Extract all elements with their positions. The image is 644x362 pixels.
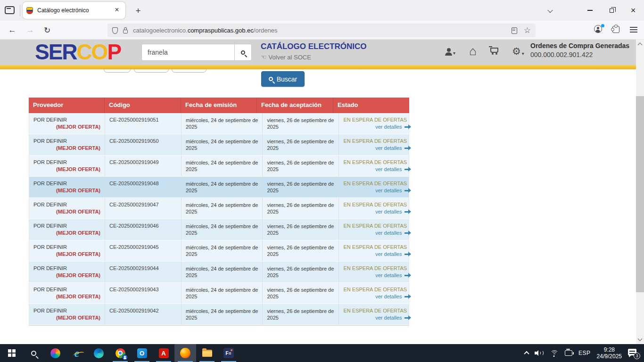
menu-icon[interactable] xyxy=(630,27,637,33)
cart-button[interactable] xyxy=(490,48,498,55)
notification-center-button[interactable]: 3 xyxy=(628,348,639,358)
account-button[interactable] xyxy=(594,25,603,34)
taskbar-acrobat-button[interactable]: A xyxy=(153,344,174,362)
user-menu-button[interactable]: ▾ xyxy=(445,48,455,56)
scrollbar-thumb[interactable] xyxy=(636,96,644,292)
taskbar-firefox-button[interactable] xyxy=(174,344,196,362)
tab-close-icon[interactable]: × xyxy=(112,6,122,15)
table-row[interactable]: POR DEFINIR(MEJOR OFERTA)CE-202500029190… xyxy=(29,134,409,156)
table-row[interactable]: POR DEFINIR(MEJOR OFERTA)CE-202500029190… xyxy=(29,156,409,177)
arrow-right-icon xyxy=(405,126,408,128)
taskbar-file-explorer-button[interactable] xyxy=(196,344,218,362)
ver-detalles-link[interactable]: ver detalles xyxy=(375,251,411,257)
page-title: CATÁLOGO ELECTRÓNICO xyxy=(261,42,366,51)
vertical-scrollbar[interactable] xyxy=(636,40,644,344)
ver-detalles-link[interactable]: ver detalles xyxy=(375,294,411,299)
ver-detalles-link[interactable]: ver detalles xyxy=(375,209,411,214)
catalog-search-input[interactable] xyxy=(141,44,234,61)
emission-date: miércoles, 24 de septiembre de 2025 xyxy=(186,117,258,130)
page-content: Buscar Proveedor Código Fecha de emisión… xyxy=(0,69,636,344)
taskbar-outlook-button[interactable]: O xyxy=(131,344,153,362)
restore-button[interactable] xyxy=(601,0,622,21)
reader-mode-icon[interactable] xyxy=(512,27,517,34)
bookmark-star-icon[interactable]: ☆ xyxy=(524,26,531,34)
cutoff-button[interactable] xyxy=(104,69,131,73)
sercop-logo[interactable]: SERCOP xyxy=(35,39,121,65)
taskbar-edge-button[interactable] xyxy=(88,344,109,362)
provider-name: POR DEFINIR xyxy=(33,308,100,313)
provider-cell: POR DEFINIR(MEJOR OFERTA) xyxy=(29,240,105,261)
table-row[interactable]: POR DEFINIR(MEJOR OFERTA)CE-202500029190… xyxy=(29,113,409,134)
tray-expand-chevron-up-icon[interactable] xyxy=(524,351,529,356)
taskbar-fes-app-button[interactable]: F≡ xyxy=(218,344,239,362)
firefox-view-icon[interactable] xyxy=(5,6,15,14)
ver-detalles-link[interactable]: ver detalles xyxy=(375,272,411,278)
emission-date-cell: miércoles, 24 de septiembre de 2025 xyxy=(182,262,263,282)
back-button[interactable]: ← xyxy=(6,24,19,37)
forward-button[interactable]: → xyxy=(24,24,37,37)
table-row[interactable]: POR DEFINIR(MEJOR OFERTA)CE-202500029190… xyxy=(29,304,409,325)
provider-cell: POR DEFINIR(MEJOR OFERTA) xyxy=(29,262,105,282)
reload-button[interactable]: ↻ xyxy=(41,24,54,37)
ver-detalles-link[interactable]: ver detalles xyxy=(375,230,411,236)
catalog-search-button[interactable] xyxy=(234,44,252,61)
taskbar-search-button[interactable] xyxy=(23,344,44,362)
buscar-button[interactable]: Buscar xyxy=(261,71,305,87)
outlook-icon: O xyxy=(137,348,147,358)
provider-note: (MEJOR OFERTA) xyxy=(56,124,100,130)
column-header-estado: Estado xyxy=(333,98,409,113)
taskbar-start-button[interactable] xyxy=(1,344,23,362)
emission-date-cell: miércoles, 24 de septiembre de 2025 xyxy=(182,304,263,325)
minimize-button[interactable] xyxy=(579,0,601,21)
extensions-icon[interactable] xyxy=(612,26,619,33)
table-row[interactable]: POR DEFINIR(MEJOR OFERTA)CE-202500029190… xyxy=(29,177,409,198)
tracking-shield-icon[interactable] xyxy=(112,27,118,34)
provider-name: POR DEFINIR xyxy=(33,287,100,292)
wifi-icon[interactable] xyxy=(550,350,559,356)
clock[interactable]: 9:28 24/9/2025 xyxy=(597,346,622,360)
url-bar[interactable]: catalogoelectronico.compraspublicas.gob.… xyxy=(107,24,536,37)
table-row[interactable]: POR DEFINIR(MEJOR OFERTA)CE-202500029190… xyxy=(29,198,409,219)
ver-detalles-link[interactable]: ver detalles xyxy=(375,124,411,130)
ver-detalles-link[interactable]: ver detalles xyxy=(375,315,411,321)
taskbar-chrome-button[interactable] xyxy=(109,344,131,362)
provider-name: POR DEFINIR xyxy=(33,223,100,229)
code-cell: CE-20250002919044 xyxy=(105,262,182,282)
ver-detalles-link[interactable]: ver detalles xyxy=(375,188,411,193)
ver-detalles-link[interactable]: ver detalles xyxy=(375,145,411,151)
search-icon xyxy=(31,351,36,356)
code-cell: CE-20250002919051 xyxy=(105,113,182,134)
volume-icon[interactable] xyxy=(535,350,544,356)
provider-note: (MEJOR OFERTA) xyxy=(56,188,100,193)
acceptance-date: viernes, 26 de septiembre de 2025 xyxy=(267,287,334,300)
lock-icon[interactable] xyxy=(123,30,128,33)
code-cell: CE-20250002919050 xyxy=(105,134,182,155)
scroll-down-button[interactable] xyxy=(636,336,644,344)
provider-name: POR DEFINIR xyxy=(33,138,100,144)
table-row[interactable]: POR DEFINIR(MEJOR OFERTA)CE-202500029190… xyxy=(29,283,409,304)
volver-al-soce-link[interactable]: ☜Volver al SOCE xyxy=(261,53,311,61)
table-row[interactable]: POR DEFINIR(MEJOR OFERTA)CE-202500029190… xyxy=(29,219,409,240)
cutoff-button[interactable] xyxy=(134,69,169,73)
table-row[interactable]: POR DEFINIR(MEJOR OFERTA)CE-202500029190… xyxy=(29,262,409,283)
tab-catalogo-electronico[interactable]: Catálogo electrónico × xyxy=(23,2,125,19)
column-header-codigo: Código xyxy=(105,98,181,113)
list-all-tabs-button[interactable] xyxy=(542,5,558,17)
cutoff-button[interactable] xyxy=(172,69,206,73)
language-indicator[interactable]: ESP xyxy=(578,350,591,356)
ver-detalles-link[interactable]: ver detalles xyxy=(375,166,411,172)
tab-title: Catálogo electrónico xyxy=(37,7,112,14)
settings-menu-button[interactable]: ⚙▾ xyxy=(512,47,524,56)
gold-accent-bar xyxy=(0,65,636,69)
status-text: EN ESPERA DE OFERTAS xyxy=(343,265,411,271)
display-connect-icon[interactable] xyxy=(565,350,572,356)
taskbar-internet-explorer-button[interactable]: e xyxy=(66,344,88,362)
table-row[interactable]: POR DEFINIR(MEJOR OFERTA)CE-202500029190… xyxy=(29,240,409,262)
new-tab-button[interactable]: + xyxy=(132,5,144,17)
taskbar-copilot-button[interactable] xyxy=(44,344,66,362)
hand-pointer-icon: ☜ xyxy=(261,53,267,61)
close-button[interactable]: × xyxy=(622,0,644,21)
home-button[interactable]: ⌂ xyxy=(469,46,477,56)
close-icon: × xyxy=(631,6,636,15)
scroll-up-button[interactable] xyxy=(636,40,644,48)
